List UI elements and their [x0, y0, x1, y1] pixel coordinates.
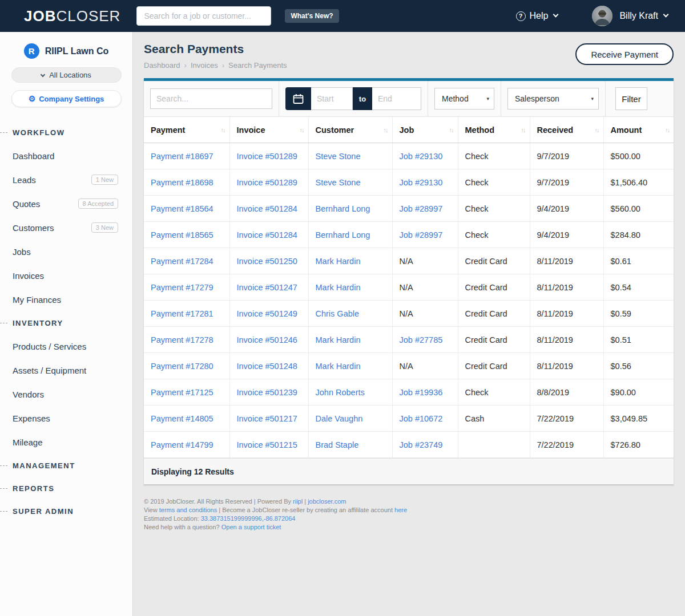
breadcrumb-dashboard[interactable]: Dashboard — [144, 61, 180, 70]
method-select[interactable]: Method ▾ — [434, 88, 494, 110]
customer-link[interactable]: Mark Hardin — [316, 362, 361, 371]
payment-link[interactable]: Payment #18564 — [151, 204, 213, 213]
job-link[interactable]: Job #29130 — [400, 178, 443, 187]
date-end-input[interactable] — [372, 87, 421, 110]
payment-link[interactable]: Payment #18698 — [151, 178, 213, 187]
footer-link-33-387315199999996-86-872064[interactable]: 33.387315199999996,-86.872064 — [201, 515, 296, 522]
invoice-link[interactable]: Invoice #501289 — [237, 178, 297, 187]
customer-link[interactable]: Chris Gable — [316, 309, 360, 318]
payment-link[interactable]: Payment #17279 — [151, 283, 213, 292]
footer-link-terms-and-conditions[interactable]: terms and conditions — [159, 506, 217, 513]
customer-link[interactable]: Mark Hardin — [316, 335, 361, 345]
customer-link[interactable]: Bernhard Long — [316, 230, 370, 240]
job-link[interactable]: Job #28997 — [400, 204, 443, 213]
sidebar-section-super-admin[interactable]: SUPER ADMIN — [0, 500, 132, 522]
customer-link[interactable]: Mark Hardin — [316, 283, 361, 292]
invoice-link[interactable]: Invoice #501248 — [237, 362, 297, 371]
sort-icon[interactable]: ↑↓ — [595, 127, 599, 133]
column-header-amount[interactable]: Amount↑↓ — [603, 117, 674, 143]
footer-link-jobcloser-com[interactable]: jobcloser.com — [308, 498, 346, 505]
filter-button[interactable]: Filter — [615, 87, 647, 110]
invoice-link[interactable]: Invoice #501246 — [237, 335, 297, 345]
customer-link[interactable]: Bernhard Long — [316, 204, 370, 213]
invoice-link[interactable]: Invoice #501284 — [237, 230, 297, 240]
customer-link[interactable]: John Roberts — [316, 388, 365, 397]
column-header-method[interactable]: Method↑↓ — [458, 117, 530, 143]
sidebar-item-assets-equipment[interactable]: Assets / Equipment — [0, 358, 132, 382]
sort-icon[interactable]: ↑↓ — [449, 127, 453, 133]
sort-icon[interactable]: ↑↓ — [300, 127, 304, 133]
payment-link[interactable]: Payment #17284 — [151, 257, 213, 266]
sidebar-item-leads[interactable]: Leads1 New — [0, 168, 132, 192]
sidebar-section-management[interactable]: MANAGEMENT — [0, 454, 132, 477]
payment-link[interactable]: Payment #17280 — [151, 362, 213, 371]
job-link[interactable]: Job #10672 — [400, 414, 443, 423]
sort-icon[interactable]: ↑↓ — [221, 127, 225, 133]
date-start-input[interactable] — [311, 87, 353, 110]
customer-link[interactable]: Steve Stone — [316, 178, 361, 187]
company-settings-button[interactable]: ⚙ Company Settings — [11, 90, 122, 107]
sidebar-item-mileage[interactable]: Mileage — [0, 430, 132, 454]
footer-link-open-a-support-ticket[interactable]: Open a support ticket — [221, 524, 281, 530]
payment-link[interactable]: Payment #18565 — [151, 230, 213, 240]
job-link[interactable]: Job #27785 — [400, 335, 443, 345]
invoice-link[interactable]: Invoice #501250 — [237, 257, 297, 266]
sidebar-item-invoices[interactable]: Invoices — [0, 264, 132, 287]
company-row[interactable]: R RIIPL Lawn Co — [0, 32, 132, 59]
job-link[interactable]: Job #19936 — [400, 388, 443, 397]
column-header-customer[interactable]: Customer↑↓ — [308, 117, 392, 143]
sidebar-section-reports[interactable]: REPORTS — [0, 477, 132, 500]
sidebar-badge[interactable]: 1 New — [91, 175, 118, 185]
app-logo[interactable]: JOBCLOSER — [24, 7, 120, 25]
sidebar-item-my-finances[interactable]: My Finances — [0, 287, 132, 311]
job-link[interactable]: Job #28997 — [400, 230, 443, 240]
sidebar-item-quotes[interactable]: Quotes8 Accepted — [0, 192, 132, 216]
job-link[interactable]: Job #23749 — [400, 440, 443, 449]
column-header-payment[interactable]: Payment↑↓ — [144, 117, 229, 143]
sidebar-item-dashboard[interactable]: Dashboard — [0, 144, 132, 168]
sidebar-badge[interactable]: 8 Accepted — [78, 198, 118, 209]
sort-icon[interactable]: ↑↓ — [384, 127, 388, 133]
sort-icon[interactable]: ↑↓ — [665, 127, 669, 133]
payment-link[interactable]: Payment #17281 — [151, 309, 213, 318]
calendar-icon[interactable] — [285, 87, 311, 110]
payment-link[interactable]: Payment #14799 — [151, 440, 213, 449]
help-menu[interactable]: ? Help — [516, 11, 558, 21]
sidebar-item-vendors[interactable]: Vendors — [0, 382, 132, 406]
payment-link[interactable]: Payment #17278 — [151, 335, 213, 345]
invoice-link[interactable]: Invoice #501249 — [237, 309, 297, 318]
payments-search-input[interactable] — [150, 88, 272, 109]
invoice-link[interactable]: Invoice #501247 — [237, 283, 297, 292]
footer-link-here[interactable]: here — [394, 506, 407, 513]
sidebar-item-products-services[interactable]: Products / Services — [0, 334, 132, 358]
payment-link[interactable]: Payment #14805 — [151, 414, 213, 423]
sidebar-badge[interactable]: 3 New — [91, 222, 118, 233]
sidebar-item-jobs[interactable]: Jobs — [0, 240, 132, 264]
customer-link[interactable]: Steve Stone — [316, 152, 361, 161]
invoice-link[interactable]: Invoice #501217 — [237, 414, 297, 423]
breadcrumb-invoices[interactable]: Invoices — [191, 61, 218, 70]
global-search-input[interactable] — [136, 6, 271, 26]
payment-link[interactable]: Payment #17125 — [151, 388, 213, 397]
invoice-link[interactable]: Invoice #501215 — [237, 440, 297, 449]
job-link[interactable]: Job #29130 — [400, 152, 443, 161]
column-header-job[interactable]: Job↑↓ — [392, 117, 458, 143]
column-header-invoice[interactable]: Invoice↑↓ — [229, 117, 308, 143]
invoice-link[interactable]: Invoice #501289 — [237, 152, 297, 161]
footer-link-riipl[interactable]: riipl — [293, 498, 303, 505]
sidebar-section-inventory[interactable]: INVENTORY — [0, 311, 132, 334]
invoice-link[interactable]: Invoice #501239 — [237, 388, 297, 397]
customer-link[interactable]: Dale Vaughn — [316, 414, 363, 423]
column-header-received[interactable]: Received↑↓ — [530, 117, 603, 143]
user-menu[interactable]: Billy Kraft — [592, 6, 668, 26]
customer-link[interactable]: Brad Staple — [316, 440, 359, 449]
whats-new-button[interactable]: What's New? — [285, 9, 339, 23]
invoice-link[interactable]: Invoice #501284 — [237, 204, 297, 213]
payment-link[interactable]: Payment #18697 — [151, 152, 213, 161]
receive-payment-button[interactable]: Receive Payment — [575, 43, 674, 65]
sidebar-item-customers[interactable]: Customers3 New — [0, 216, 132, 240]
all-locations-dropdown[interactable]: All Locations — [11, 67, 122, 83]
sort-icon[interactable]: ↑↓ — [521, 127, 525, 133]
sidebar-section-workflow[interactable]: WORKFLOW — [0, 121, 132, 144]
sidebar-item-expenses[interactable]: Expenses — [0, 406, 132, 430]
